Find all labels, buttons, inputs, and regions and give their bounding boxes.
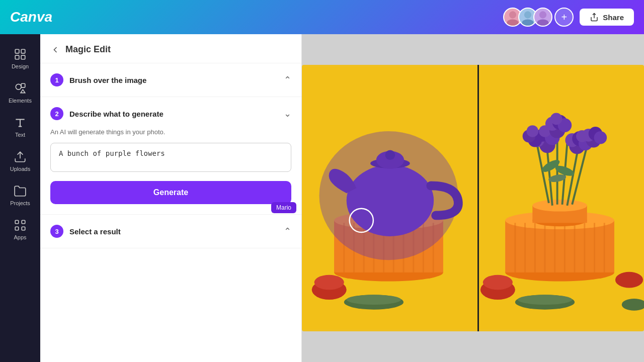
svg-rect-6 xyxy=(15,49,19,53)
share-button[interactable]: Share xyxy=(580,9,634,26)
right-scene-svg xyxy=(475,65,644,331)
step1-badge: 1 xyxy=(50,73,63,86)
svg-rect-12 xyxy=(15,220,19,224)
svg-point-10 xyxy=(16,84,21,89)
step2-badge: 2 xyxy=(50,107,63,120)
app-header: Canva + Share xyxy=(0,0,644,34)
folder-icon xyxy=(13,184,27,198)
sidebar-item-elements[interactable]: Elements xyxy=(2,76,38,109)
step3-title: Select a result xyxy=(69,227,121,236)
step1-title: Brush over the image xyxy=(69,76,146,84)
canvas-divider xyxy=(477,65,479,331)
canva-logo: Canva xyxy=(10,9,52,25)
step3-header-left: 3 Select a result xyxy=(50,225,121,238)
share-icon xyxy=(590,13,599,22)
step3-section: 3 Select a result ⌃ xyxy=(40,215,301,248)
panel-title: Magic Edit xyxy=(65,44,111,55)
image-left-panel xyxy=(302,65,475,331)
step1-section: 1 Brush over the image ⌃ xyxy=(40,63,301,97)
sidebar-item-apps[interactable]: Apps xyxy=(2,213,38,245)
step3-header[interactable]: 3 Select a result ⌃ xyxy=(50,225,291,238)
step1-header-left: 1 Brush over the image xyxy=(50,73,146,86)
step2-header-left: 2 Describe what to generate xyxy=(50,107,164,120)
step2-header[interactable]: 2 Describe what to generate ⌄ xyxy=(50,107,291,120)
step2-description: An AI will generate things in your photo… xyxy=(50,128,291,136)
image-right-panel xyxy=(475,65,644,331)
step2-title: Describe what to generate xyxy=(69,110,164,118)
svg-point-5 xyxy=(537,19,549,26)
svg-point-39 xyxy=(347,295,401,305)
sidebar-item-projects-label: Projects xyxy=(10,200,30,206)
sidebar-item-projects[interactable]: Projects xyxy=(2,179,38,211)
collaborator-avatars: + xyxy=(503,8,574,27)
svg-point-84 xyxy=(526,125,538,137)
back-button[interactable] xyxy=(50,45,60,55)
grid-icon xyxy=(13,47,27,61)
svg-point-4 xyxy=(539,11,546,18)
svg-rect-15 xyxy=(22,227,25,230)
back-icon xyxy=(50,45,60,55)
avatar-3[interactable] xyxy=(533,8,552,27)
step1-header[interactable]: 1 Brush over the image ⌃ xyxy=(50,73,291,86)
magic-edit-panel: Magic Edit 1 Brush over the image ⌃ 2 De… xyxy=(40,34,302,362)
apps-icon xyxy=(13,218,27,232)
text-icon xyxy=(13,116,27,130)
svg-rect-9 xyxy=(21,55,25,59)
svg-point-89 xyxy=(483,275,513,290)
sidebar-item-uploads[interactable]: Uploads xyxy=(2,145,38,177)
svg-rect-7 xyxy=(21,49,25,53)
upload-icon xyxy=(13,150,27,164)
svg-point-56 xyxy=(532,200,587,212)
sidebar-nav: Design Elements Text Uploads xyxy=(0,34,40,362)
svg-point-91 xyxy=(518,295,572,305)
sidebar-item-design[interactable]: Design xyxy=(2,42,38,74)
step2-section: 2 Describe what to generate ⌄ An AI will… xyxy=(40,97,301,215)
left-scene-svg xyxy=(302,65,475,331)
svg-point-3 xyxy=(522,19,534,26)
svg-point-2 xyxy=(524,11,531,18)
svg-point-81 xyxy=(594,131,607,144)
sidebar-item-uploads-label: Uploads xyxy=(10,166,30,172)
svg-rect-8 xyxy=(15,55,19,59)
sidebar-item-text-label: Text xyxy=(15,132,25,138)
svg-point-34 xyxy=(319,131,458,260)
generate-prompt-input[interactable]: A bunch of purple flowers xyxy=(50,143,291,172)
svg-rect-13 xyxy=(22,220,25,224)
svg-point-92 xyxy=(615,272,643,288)
step2-content: An AI will generate things in your photo… xyxy=(50,128,291,204)
step1-chevron-icon: ⌃ xyxy=(284,74,291,85)
svg-point-1 xyxy=(507,19,519,26)
main-content: Design Elements Text Uploads xyxy=(0,34,644,362)
step3-badge: 3 xyxy=(50,225,63,238)
generate-button[interactable]: Generate xyxy=(50,181,291,204)
svg-rect-14 xyxy=(15,227,19,230)
shapes-icon xyxy=(13,81,27,96)
add-collaborator-button[interactable]: + xyxy=(554,8,574,27)
canvas-area xyxy=(302,34,644,362)
svg-rect-11 xyxy=(21,83,25,87)
step3-chevron-icon: ⌃ xyxy=(284,226,291,237)
canvas-image xyxy=(302,65,644,331)
sidebar-item-elements-label: Elements xyxy=(9,98,32,104)
svg-point-72 xyxy=(550,113,562,125)
step2-chevron-icon: ⌄ xyxy=(284,108,291,119)
panel-header: Magic Edit xyxy=(40,34,301,63)
svg-point-0 xyxy=(509,11,516,18)
sidebar-item-apps-label: Apps xyxy=(14,234,26,240)
sidebar-item-design-label: Design xyxy=(12,63,29,69)
header-right: + Share xyxy=(503,8,634,27)
svg-point-37 xyxy=(314,275,344,290)
sidebar-item-text[interactable]: Text xyxy=(2,111,38,143)
